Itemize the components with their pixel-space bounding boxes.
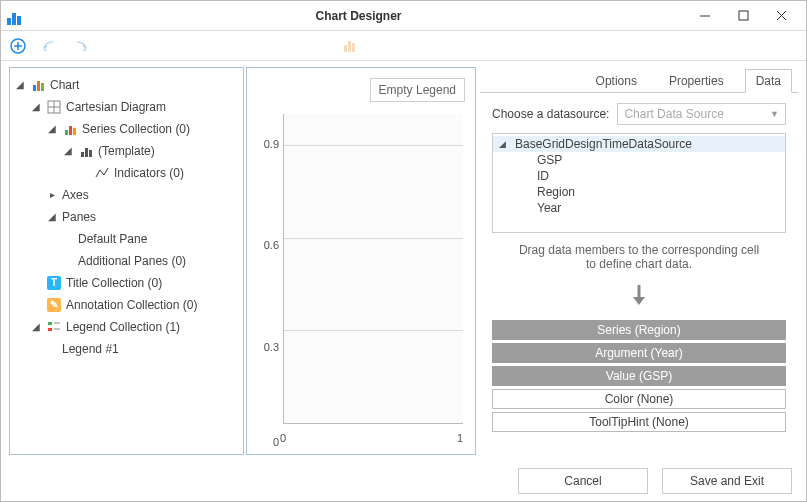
tree-label: Additional Panes (0): [78, 251, 186, 271]
add-button[interactable]: [7, 35, 29, 57]
expander-icon: ▸: [46, 185, 58, 205]
save-and-exit-button[interactable]: Save and Exit: [662, 468, 792, 494]
tab-options[interactable]: Options: [585, 69, 648, 93]
tree-node-legend-collection[interactable]: ◢Legend Collection (1): [30, 316, 239, 338]
datasource-placeholder: Chart Data Source: [624, 107, 723, 121]
body: ◢Chart ◢Cartesian Diagram ◢Series Collec…: [1, 61, 806, 461]
ds-root-node[interactable]: BaseGridDesignTimeDataSource: [493, 136, 785, 152]
tree-node-template[interactable]: ◢(Template): [62, 140, 239, 162]
svg-marker-15: [633, 297, 645, 305]
ds-field[interactable]: ID: [493, 168, 785, 184]
minimize-button[interactable]: [686, 4, 724, 28]
ds-field[interactable]: GSP: [493, 152, 785, 168]
app-icon: [7, 7, 25, 25]
tree-label: Series Collection (0): [82, 119, 190, 139]
footer: Cancel Save and Exit: [1, 461, 806, 501]
tree-label: Axes: [62, 185, 89, 205]
tree-node-chart[interactable]: ◢Chart: [14, 74, 239, 96]
datasource-fields[interactable]: BaseGridDesignTimeDataSource GSP ID Regi…: [492, 133, 786, 233]
series-icon: [62, 121, 78, 137]
x-tick: 0: [280, 432, 286, 444]
svg-rect-11: [48, 328, 52, 331]
window-title: Chart Designer: [31, 9, 686, 23]
tree-node-indicators[interactable]: Indicators (0): [78, 162, 239, 184]
expander-icon: ◢: [30, 97, 42, 117]
slot-color[interactable]: Color (None): [492, 389, 786, 409]
tree-node-annotation-collection[interactable]: ✎Annotation Collection (0): [30, 294, 239, 316]
window-controls: [686, 4, 800, 28]
svg-rect-10: [48, 322, 52, 325]
legend-placeholder: Empty Legend: [370, 78, 465, 102]
plot: 0.9 0.6 0.3 0 0 1: [255, 110, 467, 448]
tree-label: Chart: [50, 75, 79, 95]
tree-label: Legend #1: [62, 339, 119, 359]
slot-series[interactable]: Series (Region): [492, 320, 786, 340]
expander-icon: ◢: [62, 141, 74, 161]
y-tick: 0: [255, 436, 279, 448]
hint-line-1: Drag data members to the corresponding c…: [519, 243, 759, 257]
ds-field[interactable]: Year: [493, 200, 785, 216]
template-icon: [78, 143, 94, 159]
arrow-down-icon: [492, 283, 786, 308]
data-tab-body: Choose a datasource: Chart Data Source ▼…: [480, 93, 798, 455]
chart-designer-window: Chart Designer ◢Chart: [0, 0, 807, 502]
tree-label: (Template): [98, 141, 155, 161]
tree-label: Panes: [62, 207, 96, 227]
slot-argument[interactable]: Argument (Year): [492, 343, 786, 363]
tab-properties[interactable]: Properties: [658, 69, 735, 93]
tree-label: Indicators (0): [114, 163, 184, 183]
properties-panel: Options Properties Data Choose a datasou…: [480, 67, 798, 455]
tree-label: Default Pane: [78, 229, 147, 249]
datasource-label: Choose a datasource:: [492, 107, 609, 121]
tree-label: Annotation Collection (0): [66, 295, 197, 315]
diagram-icon: [46, 99, 62, 115]
redo-button[interactable]: [71, 35, 93, 57]
tree-node-cartesian[interactable]: ◢Cartesian Diagram: [30, 96, 239, 118]
chart-icon: [30, 77, 46, 93]
ds-field[interactable]: Region: [493, 184, 785, 200]
slot-value[interactable]: Value (GSP): [492, 366, 786, 386]
titlebar: Chart Designer: [1, 1, 806, 31]
hint-line-2: to define chart data.: [586, 257, 692, 271]
y-tick: 0.9: [255, 138, 279, 150]
datasource-row: Choose a datasource: Chart Data Source ▼: [492, 103, 786, 125]
change-type-button[interactable]: [338, 35, 360, 57]
tree-node-axes[interactable]: ▸Axes: [46, 184, 239, 206]
plot-area: [283, 114, 463, 424]
tabs: Options Properties Data: [480, 67, 798, 93]
tree-node-additional-panes[interactable]: Additional Panes (0): [62, 250, 239, 272]
slot-tooltip[interactable]: ToolTipHint (None): [492, 412, 786, 432]
annotation-icon: ✎: [46, 297, 62, 313]
chart-preview-panel: Empty Legend 0.9 0.6 0.3 0 0 1: [246, 67, 476, 455]
indicators-icon: [94, 165, 110, 181]
undo-button[interactable]: [39, 35, 61, 57]
tree-node-panes[interactable]: ◢Panes: [46, 206, 239, 228]
toolbar: [1, 31, 806, 61]
svg-rect-1: [739, 11, 748, 20]
close-button[interactable]: [762, 4, 800, 28]
title-icon: T: [46, 275, 62, 291]
datasource-select[interactable]: Chart Data Source ▼: [617, 103, 786, 125]
expander-icon: ◢: [46, 207, 58, 227]
maximize-button[interactable]: [724, 4, 762, 28]
tree-node-default-pane[interactable]: Default Pane: [62, 228, 239, 250]
tree-label: Cartesian Diagram: [66, 97, 166, 117]
y-tick: 0.6: [255, 239, 279, 251]
drag-hint: Drag data members to the corresponding c…: [492, 243, 786, 271]
legend-icon: [46, 319, 62, 335]
expander-icon: ◢: [14, 75, 26, 95]
expander-icon: ◢: [30, 317, 42, 337]
chevron-down-icon: ▼: [770, 109, 779, 119]
tree-node-legend-1[interactable]: Legend #1: [46, 338, 239, 360]
tree-node-title-collection[interactable]: TTitle Collection (0): [30, 272, 239, 294]
tree-label: Legend Collection (1): [66, 317, 180, 337]
data-slots: Series (Region) Argument (Year) Value (G…: [492, 320, 786, 432]
cancel-button[interactable]: Cancel: [518, 468, 648, 494]
y-tick: 0.3: [255, 341, 279, 353]
expander-icon: ◢: [46, 119, 58, 139]
tab-data[interactable]: Data: [745, 69, 792, 93]
tree-node-series-collection[interactable]: ◢Series Collection (0): [46, 118, 239, 140]
structure-tree-panel: ◢Chart ◢Cartesian Diagram ◢Series Collec…: [9, 67, 244, 455]
x-tick: 1: [457, 432, 463, 444]
tree-label: Title Collection (0): [66, 273, 162, 293]
